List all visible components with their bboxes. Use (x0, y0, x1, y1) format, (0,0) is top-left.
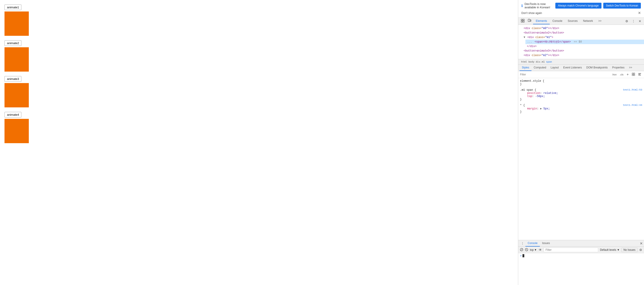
main-content: animate1 animate2 animate3 animate4 (0, 0, 518, 285)
new-style-rule-button[interactable] (631, 72, 636, 77)
tab-event-listeners[interactable]: Event Listeners (561, 65, 584, 71)
tab-console[interactable]: Console (550, 18, 565, 24)
css-rule-m1-span: .m1 span { test1.html:53 position: relat… (520, 89, 642, 101)
svg-rect-5 (530, 20, 531, 21)
svg-rect-12 (638, 75, 641, 75)
more-options-button[interactable]: ⋮ (630, 19, 636, 24)
notification-close-button[interactable]: ✕ (638, 11, 641, 15)
tab-network[interactable]: Network (580, 18, 596, 24)
tab-more[interactable]: >> (596, 18, 604, 24)
svg-rect-11 (638, 74, 640, 75)
tab-layout[interactable]: Layout (548, 65, 561, 71)
svg-rect-10 (638, 73, 641, 74)
eye-icon-button[interactable]: 👁 (539, 248, 542, 252)
console-body: > (518, 253, 644, 285)
animate4-button[interactable]: animate4 (4, 112, 22, 118)
svg-rect-0 (521, 19, 522, 21)
device-toolbar-button[interactable] (526, 18, 532, 24)
toolbar-right: ⚙ ⋮ ✕ (624, 19, 643, 24)
svg-rect-9 (634, 75, 635, 76)
svg-rect-3 (523, 21, 524, 22)
animate1-section: animate1 (4, 5, 514, 36)
elements-panel: <div class="m0"></div> <button>animate2<… (518, 25, 644, 59)
console-filter-input[interactable] (544, 248, 598, 252)
console-close-button[interactable]: ✕ (640, 241, 643, 246)
css-rules: element.style { } .m1 span { test1.html:… (518, 78, 644, 240)
styles-filter-input[interactable] (520, 73, 610, 76)
notification-bar: ℹ DevTools is now available in Korean! A… (518, 0, 644, 18)
breadcrumb: html body div.m1 span (518, 59, 644, 65)
prompt-cursor (522, 254, 524, 257)
tab-dom-breakpoints[interactable]: DOM Breakpoints (584, 65, 610, 71)
console-prompt[interactable]: > (520, 254, 642, 257)
devtools-toolbar: Elements Console Sources Network >> ⚙ ⋮ … (518, 18, 644, 25)
console-tabs-bar: ⋮ Console Issues ✕ (518, 240, 644, 247)
html-line[interactable]: <button>animate3</button> (522, 49, 644, 53)
tab-console-bottom[interactable]: Console (526, 240, 540, 246)
css-source-m1span[interactable]: test1.html:53 (623, 89, 642, 92)
css-rule-element-style: element.style { } (520, 80, 642, 86)
console-more-options[interactable]: ⋮ (520, 241, 526, 246)
html-line[interactable]: </div> (522, 44, 644, 49)
tab-elements[interactable]: Elements (533, 18, 550, 24)
animate1-box (4, 12, 29, 36)
hov-filter-button[interactable]: :hov (611, 73, 618, 76)
svg-rect-8 (632, 75, 633, 76)
console-filter-button[interactable] (525, 248, 528, 252)
animate4-box (4, 119, 29, 143)
animate2-box (4, 47, 29, 72)
tab-styles-more[interactable]: >> (627, 65, 634, 71)
tab-computed[interactable]: Computed (532, 65, 548, 71)
svg-rect-2 (523, 19, 524, 21)
always-match-button[interactable]: Always match Chrome's language (555, 3, 602, 9)
svg-rect-4 (528, 19, 530, 22)
devtools-panel: ℹ DevTools is now available in Korean! A… (518, 0, 644, 285)
default-levels-button[interactable]: Default levels ▼ (600, 248, 620, 251)
animate3-button[interactable]: animate3 (4, 76, 22, 82)
animate3-section: animate3 (4, 76, 514, 107)
styles-tabs-bar: Styles Computed Layout Event Listeners D… (518, 65, 644, 71)
breadcrumb-html[interactable]: html (520, 60, 528, 64)
html-line[interactable]: <div class="m0"></div> (522, 26, 644, 31)
html-line[interactable]: <button>animate2</button> (522, 31, 644, 35)
settings-button[interactable]: ⚙ (624, 19, 630, 24)
svg-rect-6 (632, 73, 633, 74)
svg-rect-7 (634, 73, 635, 74)
computed-sidebar-button[interactable] (637, 72, 642, 77)
devtools-tabs: Elements Console Sources Network >> (533, 18, 604, 24)
styles-filter-bar: :hov .cls + (518, 71, 644, 78)
notification-text: DevTools is now available in Korean! (524, 2, 554, 9)
breadcrumb-span[interactable]: span (546, 60, 553, 64)
dont-show-label[interactable]: Don't show again (521, 12, 542, 15)
svg-rect-1 (521, 21, 522, 22)
html-line[interactable]: <div class="m2"></div> (522, 53, 644, 58)
css-source-star[interactable]: test1.html:44 (623, 104, 642, 107)
html-line[interactable]: ▼ <div class="m1"> (522, 35, 644, 40)
no-issues-button[interactable]: No Issues (622, 248, 638, 252)
console-toolbar: top ▼ 👁 Default levels ▼ No Issues ⚙ (518, 247, 644, 253)
context-dropdown-icon: ▼ (534, 248, 537, 251)
inspect-element-button[interactable] (520, 18, 526, 24)
animate2-section: animate2 (4, 40, 514, 72)
tab-sources[interactable]: Sources (565, 18, 580, 24)
console-clear-button[interactable] (520, 248, 523, 252)
breadcrumb-divm1[interactable]: div.m1 (535, 60, 546, 64)
breadcrumb-body[interactable]: body (528, 60, 535, 64)
animate1-button[interactable]: animate1 (4, 5, 22, 10)
tab-properties[interactable]: Properties (610, 65, 627, 71)
context-label: top (530, 248, 534, 251)
cls-filter-button[interactable]: .cls (619, 73, 624, 76)
switch-devtools-button[interactable]: Switch DevTools to Korean (603, 3, 641, 9)
prompt-arrow: > (520, 254, 522, 257)
tab-issues[interactable]: Issues (540, 240, 552, 246)
animate2-button[interactable]: animate2 (4, 40, 22, 46)
console-settings-button[interactable]: ⚙ (639, 248, 642, 252)
close-devtools-button[interactable]: ✕ (637, 19, 643, 24)
svg-line-14 (521, 249, 522, 250)
css-rule-star: * { test1.html:44 margin: ▶ 5px; } (520, 104, 642, 113)
context-selector[interactable]: top ▼ (530, 248, 537, 251)
info-icon: ℹ (521, 4, 523, 8)
tab-styles[interactable]: Styles (520, 65, 532, 71)
add-style-button[interactable]: + (626, 72, 630, 77)
html-line-selected[interactable]: ... <span>애니메이션1</span> == $0 (526, 40, 644, 44)
